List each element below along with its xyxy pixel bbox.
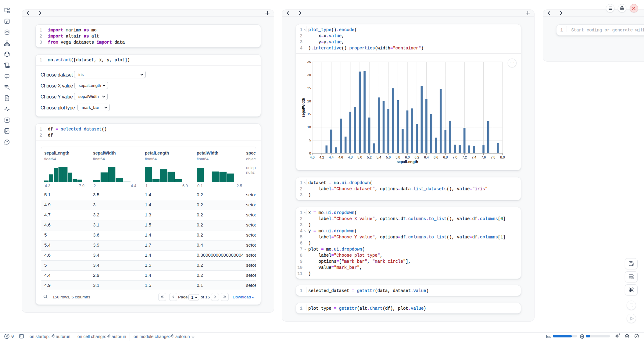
- svg-text:6.6: 6.6: [434, 155, 438, 159]
- svg-text:30: 30: [307, 73, 311, 77]
- svg-text:8.0: 8.0: [500, 155, 505, 159]
- svg-text:6.2: 6.2: [415, 155, 419, 159]
- svg-text:4.2: 4.2: [320, 155, 324, 159]
- svg-text:10: 10: [307, 125, 311, 129]
- svg-text:5.4: 5.4: [377, 155, 381, 159]
- svg-text:15: 15: [307, 112, 311, 116]
- svg-text:0: 0: [309, 151, 311, 155]
- svg-text:7.2: 7.2: [462, 155, 467, 159]
- svg-text:7.6: 7.6: [481, 155, 486, 159]
- svg-text:7.8: 7.8: [491, 155, 495, 159]
- svg-text:4.4: 4.4: [329, 155, 334, 159]
- svg-text:25: 25: [307, 86, 311, 90]
- svg-text:sepalWidth: sepalWidth: [301, 98, 306, 117]
- svg-text:6.8: 6.8: [443, 155, 448, 159]
- svg-text:4.6: 4.6: [338, 155, 343, 159]
- svg-text:35: 35: [307, 60, 311, 64]
- svg-text:5.8: 5.8: [395, 155, 400, 159]
- svg-text:5.6: 5.6: [386, 155, 391, 159]
- svg-text:5: 5: [309, 138, 311, 142]
- svg-text:20: 20: [307, 99, 311, 103]
- svg-text:5.2: 5.2: [367, 155, 372, 159]
- svg-text:5.0: 5.0: [357, 155, 362, 159]
- svg-text:7.0: 7.0: [453, 155, 457, 159]
- svg-text:4.0: 4.0: [310, 155, 314, 159]
- svg-text:7.4: 7.4: [472, 155, 476, 159]
- svg-text:6.4: 6.4: [424, 155, 429, 159]
- svg-text:6.0: 6.0: [405, 155, 410, 159]
- svg-text:sepalLength: sepalLength: [397, 160, 418, 164]
- svg-text:4.8: 4.8: [348, 155, 352, 159]
